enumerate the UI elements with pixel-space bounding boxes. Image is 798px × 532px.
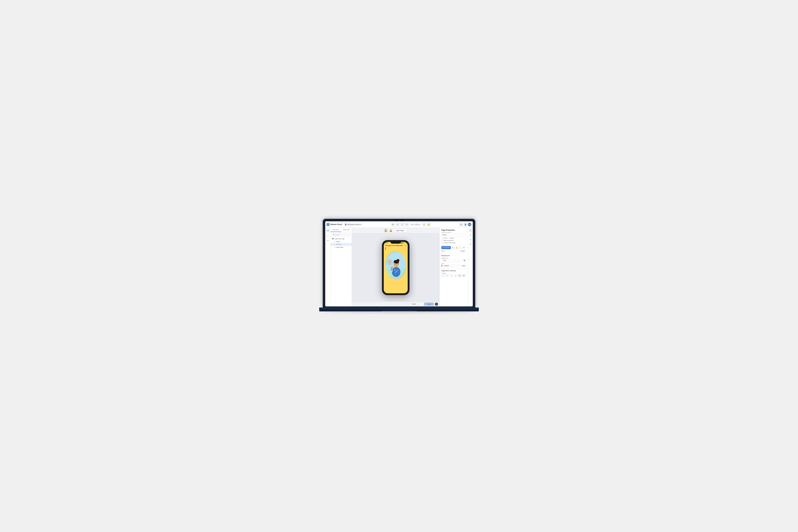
custom-width-label: Custom Width (Web) — [444, 242, 455, 243]
sidebar-icon-arrow[interactable]: › — [326, 302, 330, 305]
user-avatar[interactable]: AS — [468, 223, 471, 226]
far-right-icon-widget[interactable]: ◈ — [469, 238, 472, 241]
background-type-select[interactable]: Color Gradient Image — [441, 259, 466, 262]
padding-unit-btn[interactable]: px — [458, 274, 461, 277]
padding-link-btn[interactable]: 🔗 — [462, 274, 466, 277]
app-logo-text: Vahana Cloud — [330, 224, 342, 225]
phone-card-header: The perks of a virtual card ✕ — [385, 245, 406, 247]
phone-accent-bar — [385, 247, 386, 250]
background-type-label: Background — [441, 258, 466, 259]
toolbar-btn-expand[interactable]: ⊞ — [459, 223, 463, 226]
panel-tabs: Screens Elements — [330, 228, 352, 232]
prop-tab-ui[interactable]: UI Properties — [441, 246, 451, 249]
home-icon: 🏠 — [384, 229, 388, 232]
far-right-icon-grid[interactable]: ⊞ — [469, 233, 472, 236]
toolbar-btn-share[interactable]: ↗ — [400, 223, 404, 226]
camera-dot — [399, 220, 400, 221]
workspace-icon: 👤 — [345, 224, 347, 225]
sidebar-icon-avatar[interactable]: AS — [326, 229, 330, 232]
reference-name-input[interactable] — [441, 233, 466, 236]
headset-icon[interactable]: 🎧 — [435, 303, 438, 306]
main-layout: AS ≡ ••• › Screens Elements 🔍 — [325, 228, 473, 306]
prop-tab-lock[interactable]: 🔒 — [455, 246, 458, 249]
reference-name-group: Reference Name * — [441, 232, 466, 236]
search-box[interactable]: 🔍 Search — [331, 233, 350, 236]
zoom-controls: 100% + − — [412, 303, 423, 306]
lock-icon: 🔒 — [389, 229, 393, 232]
tree-page1[interactable]: 📄 Page 1 — [330, 240, 352, 243]
prop-tab-delete[interactable]: 🗑 — [451, 246, 455, 249]
toolbar-btn-undo[interactable]: ↩ — [422, 223, 426, 226]
tree-login-icon: 📄 — [334, 246, 336, 248]
color-row — [441, 264, 466, 267]
screenshot-checkbox[interactable] — [441, 240, 443, 241]
svg-rect-15 — [391, 268, 393, 271]
color-swatch[interactable] — [441, 264, 442, 267]
styles-label: Styles — [441, 250, 445, 252]
styles-value: Default ✏ — [460, 250, 466, 252]
toolbar-btn-person[interactable]: 👤 — [463, 223, 467, 226]
toolbar-btn-rotate[interactable]: ↻ — [405, 223, 408, 226]
custom-width-row: Custom Width (Web) — [441, 242, 466, 244]
page-tab-dots: ··· — [404, 230, 406, 231]
zoom-level: 100% — [412, 303, 416, 305]
app-ui: V Vahana Cloud 👤 Workspace Name ▾ ⊞ ≡ ↗ … — [325, 221, 473, 306]
styles-edit-icon[interactable]: ✏ — [465, 250, 466, 252]
prop-tab-component[interactable]: ◇ — [459, 246, 462, 249]
toolbar-btn-lock[interactable]: 🔒 — [427, 223, 431, 226]
padding-top[interactable] — [441, 274, 444, 277]
phone-time: 9:41 — [385, 242, 388, 244]
tree-root-label: Login Micro App — [334, 238, 344, 240]
padding-right[interactable] — [445, 274, 449, 277]
padding-grid: px 🔗 — [441, 274, 466, 277]
tree-login-page[interactable]: 📄 Login Page — [330, 246, 352, 249]
zoom-out-btn[interactable]: − — [420, 303, 423, 306]
phone-close-icon: ✕ — [405, 245, 406, 247]
color-hex-input[interactable] — [443, 265, 460, 267]
page-tab[interactable]: Login Page ··· — [394, 229, 407, 232]
rotate-checkbox[interactable] — [448, 237, 450, 239]
far-left-sidebar: AS ≡ ••• › — [325, 228, 330, 306]
svg-point-7 — [396, 271, 397, 272]
tree-screen1-label: Screen 1 — [336, 244, 342, 245]
right-panel-header: Page Properties Reference Name * Scroll … — [440, 228, 468, 245]
tree-root[interactable]: 📱 Login Micro App — [330, 237, 352, 240]
canvas-inner[interactable]: 9:41 ▮▮▮ ≋ 🔋 The perks of a virtual card… — [352, 233, 439, 302]
phone-signal: ▮▮▮ ≋ 🔋 — [400, 242, 406, 244]
alignment-section: Alignment & Spacing Padding px 🔗 — [440, 269, 468, 278]
scroll-checkbox[interactable] — [441, 237, 443, 239]
custom-width-checkbox[interactable] — [441, 242, 443, 244]
far-right-icon-shield[interactable]: 🛡 — [469, 229, 472, 232]
tab-screens[interactable]: Screens — [330, 228, 341, 232]
far-right-icon-expand[interactable]: ⊞ — [469, 243, 472, 246]
canvas-area: 🏠 🔒 Login Page ··· — [352, 228, 439, 306]
color-label: Color — [441, 263, 466, 264]
sidebar-icon-layers[interactable]: ≡ — [326, 234, 330, 237]
tree-screen1[interactable]: 📄 Screen 1 — [330, 243, 352, 246]
opacity-input[interactable] — [461, 265, 466, 267]
zoom-in-btn[interactable]: + — [417, 303, 419, 306]
prop-tab-expand[interactable]: ⊞ — [462, 246, 466, 249]
workspace-name-display[interactable]: 👤 Workspace Name ▾ — [344, 223, 362, 226]
scroll-row: Scroll Rotate — [441, 237, 466, 239]
sidebar-icon-dots[interactable]: ••• — [326, 239, 330, 242]
tree-screen1-icon: 📄 — [334, 244, 336, 245]
toolbar-btn-list[interactable]: ≡ — [396, 223, 399, 226]
tree-login-label: Login Page — [336, 247, 343, 248]
tree-page1-icon: 📄 — [334, 241, 336, 242]
chevron-down-icon: ▾ — [360, 224, 361, 225]
toolbar-btn-grid[interactable]: ⊞ — [391, 223, 395, 226]
padding-bottom[interactable] — [450, 274, 453, 277]
phone-screen: 9:41 ▮▮▮ ≋ 🔋 The perks of a virtual card… — [384, 242, 408, 293]
phone-mockup: 9:41 ▮▮▮ ≋ 🔋 The perks of a virtual card… — [382, 240, 410, 295]
right-panel-title: Page Properties — [441, 229, 466, 231]
background-title: Background — [441, 255, 466, 256]
tab-elements[interactable]: Elements — [341, 228, 352, 232]
laptop-screen-bezel: V Vahana Cloud 👤 Workspace Name ▾ ⊞ ≡ ↗ … — [323, 219, 475, 307]
laptop-bottom — [319, 307, 479, 311]
padding-left[interactable] — [454, 274, 457, 277]
search-icon: 🔍 — [333, 234, 335, 235]
screenshot-row: Allow Screenshot — [441, 240, 466, 241]
apply-button[interactable]: Apply — [424, 303, 434, 306]
rotate-label: Rotate — [450, 238, 454, 239]
